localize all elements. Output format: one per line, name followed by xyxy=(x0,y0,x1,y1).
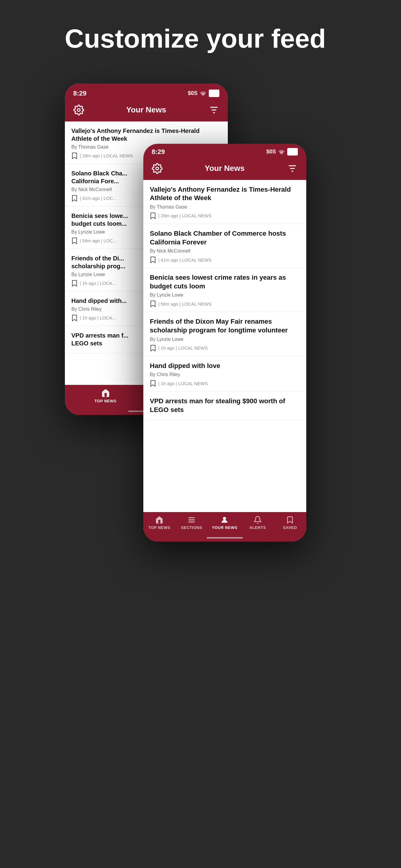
home-bar-front xyxy=(207,537,243,538)
app-header-back: Your News xyxy=(65,100,228,121)
app-header-title-front: Your News xyxy=(205,164,245,173)
nav-item-alerts-front[interactable]: ALERTS xyxy=(246,516,270,530)
person-icon-front xyxy=(220,516,229,524)
news-meta-front-4: | 1h ago | LOCAL NEWS xyxy=(150,380,299,387)
nav-item-top-news-front[interactable]: TOP NEWS xyxy=(147,516,171,530)
nav-label-sections-front: SECTIONS xyxy=(181,525,202,530)
bookmark-icon-back-3[interactable] xyxy=(71,280,78,287)
news-title-front-0: Vallejo's Anthony Fernandez is Times-Her… xyxy=(150,185,299,203)
filter-icon-front[interactable] xyxy=(287,163,298,174)
news-time-front-0: | 28m ago | LOCAL NEWS xyxy=(159,213,211,218)
svg-point-9 xyxy=(156,167,159,170)
news-meta-front-3: | 1h ago | LOCAL NEWS xyxy=(150,344,299,352)
menu-icon-front xyxy=(188,516,196,524)
news-author-front-0: By Thomas Gase xyxy=(150,204,299,210)
bookmark-icon-back-0[interactable] xyxy=(71,152,78,159)
nav-item-sections-front[interactable]: SECTIONS xyxy=(179,516,204,530)
nav-label-saved-front: SAVED xyxy=(283,525,297,530)
news-author-front-1: By Nick McConnell xyxy=(150,248,299,254)
battery-back: 35 xyxy=(209,90,219,97)
bookmark-icon-front-0[interactable] xyxy=(150,212,156,219)
bookmark-icon-front-4[interactable] xyxy=(150,380,156,387)
news-time-front-2: | 56m ago | LOCAL NEWS xyxy=(159,301,211,307)
nav-label-alerts-front: ALERTS xyxy=(249,525,266,530)
bookmark-icon-front-3[interactable] xyxy=(150,344,156,352)
settings-icon-front[interactable] xyxy=(152,163,163,174)
carrier-front: $0S xyxy=(266,149,276,155)
news-title-front-3: Friends of the Dixon May Fair renames sc… xyxy=(150,317,299,335)
status-icons-front: $0S 35 xyxy=(266,148,297,156)
news-meta-front-1: | 41m ago | LOCAL NEWS xyxy=(150,256,299,264)
news-item-front-2[interactable]: Benicia sees lowest crime rates in years… xyxy=(143,268,306,312)
bookmark-icon-front-2[interactable] xyxy=(150,300,156,307)
news-time-front-4: | 1h ago | LOCAL NEWS xyxy=(159,381,208,386)
nav-item-saved-front[interactable]: SAVED xyxy=(278,516,302,530)
news-time-back-3: | 1h ago | LOCA... xyxy=(80,281,116,286)
bookmark-icon-back-1[interactable] xyxy=(71,195,78,202)
phone-front: 8:29 $0S 35 Your N xyxy=(143,144,306,541)
news-title-back-0: Vallejo's Anthony Fernandez is Times-Her… xyxy=(71,127,221,143)
news-feed-front: Vallejo's Anthony Fernandez is Times-Her… xyxy=(143,180,306,512)
bookmark-icon-back-4[interactable] xyxy=(71,314,78,321)
news-item-front-3[interactable]: Friends of the Dixon May Fair renames sc… xyxy=(143,312,306,356)
app-header-front: Your News xyxy=(143,159,306,180)
news-item-front-1[interactable]: Solano Black Chamber of Commerce hosts C… xyxy=(143,224,306,268)
news-title-front-5: VPD arrests man for stealing $900 worth … xyxy=(150,397,299,414)
status-time-front: 8:29 xyxy=(152,148,165,156)
settings-icon-back[interactable] xyxy=(73,104,84,116)
news-item-front-4[interactable]: Hand dipped with love By Chris Riley | 1… xyxy=(143,356,306,392)
bookmark-icon-back-2[interactable] xyxy=(71,237,78,244)
status-icons-back: $0S 35 xyxy=(188,90,219,97)
news-time-back-4: | 1h ago | LOCA... xyxy=(80,315,116,320)
status-time-back: 8:29 xyxy=(73,90,87,97)
news-author-front-4: By Chris Riley xyxy=(150,372,299,377)
news-item-front-5[interactable]: VPD arrests man for stealing $900 worth … xyxy=(143,392,306,421)
news-meta-front-0: | 28m ago | LOCAL NEWS xyxy=(150,212,299,219)
filter-icon-back[interactable] xyxy=(208,104,219,116)
home-icon-back xyxy=(101,389,110,398)
home-icon-front xyxy=(155,516,164,524)
nav-label-top-news-front: TOP NEWS xyxy=(148,525,170,530)
nav-item-top-news-back[interactable]: TOP NEWS xyxy=(93,389,118,403)
wifi-icon-front xyxy=(278,150,285,154)
svg-point-1 xyxy=(77,108,80,111)
news-time-front-1: | 41m ago | LOCAL NEWS xyxy=(159,257,211,262)
nav-item-your-news-front[interactable]: YOUR NEWS xyxy=(212,516,237,530)
bookmark-nav-icon-front xyxy=(286,516,294,524)
svg-point-8 xyxy=(281,153,282,154)
news-title-front-2: Benicia sees lowest crime rates in years… xyxy=(150,273,299,290)
news-time-back-0: | 28m ago | LOCAL NEWS xyxy=(80,153,133,158)
news-author-front-3: By Lynzie Lowe xyxy=(150,337,299,342)
wifi-icon-back xyxy=(200,91,206,96)
news-time-back-2: | 56m ago | LOC... xyxy=(80,238,117,243)
phones-container: 8:29 $0S 35 Your N xyxy=(65,84,337,656)
page-title: Customize your feed xyxy=(65,24,337,53)
battery-front: 35 xyxy=(287,148,297,156)
news-meta-front-2: | 56m ago | LOCAL NEWS xyxy=(150,300,299,307)
svg-point-16 xyxy=(223,517,226,520)
carrier-back: $0S xyxy=(188,90,197,96)
news-title-front-1: Solano Black Chamber of Commerce hosts C… xyxy=(150,229,299,247)
bell-icon-front xyxy=(254,516,262,524)
nav-label-your-news-front: YOUR NEWS xyxy=(212,525,237,530)
news-author-front-2: By Lynzie Lowe xyxy=(150,292,299,298)
nav-label-top-news-back: TOP NEWS xyxy=(94,399,116,403)
bookmark-icon-front-1[interactable] xyxy=(150,256,156,264)
status-bar-back: 8:29 $0S 35 xyxy=(65,84,228,100)
news-item-front-0[interactable]: Vallejo's Anthony Fernandez is Times-Her… xyxy=(143,180,306,224)
svg-point-0 xyxy=(203,95,204,96)
home-indicator-front xyxy=(143,535,306,541)
app-header-title-back: Your News xyxy=(126,105,166,115)
bottom-nav-front: TOP NEWS SECTIONS YOUR NEWS xyxy=(143,512,306,535)
news-title-front-4: Hand dipped with love xyxy=(150,362,299,370)
news-time-back-1: | 41m ago | LOC... xyxy=(80,195,117,201)
news-time-front-3: | 1h ago | LOCAL NEWS xyxy=(159,345,208,350)
status-bar-front: 8:29 $0S 35 xyxy=(143,144,306,159)
